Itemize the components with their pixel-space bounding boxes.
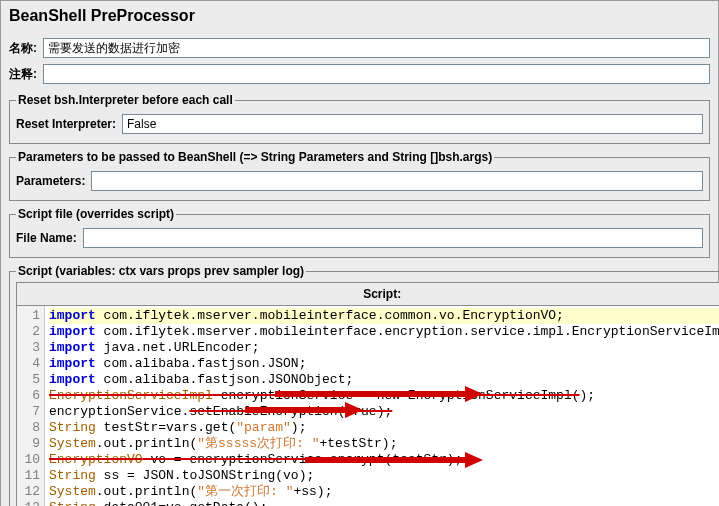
name-label: 名称:: [9, 40, 37, 57]
script-editor[interactable]: 12345678910111213141516 import com.iflyt…: [16, 305, 719, 506]
reset-interpreter-legend: Reset bsh.Interpreter before each call: [16, 93, 235, 107]
reset-interpreter-input[interactable]: [122, 114, 703, 134]
parameters-input[interactable]: [91, 171, 703, 191]
arrow-head-icon: [345, 402, 363, 418]
script-legend: Script (variables: ctx vars props prev s…: [16, 264, 306, 278]
script-file-legend: Script file (overrides script): [16, 207, 176, 221]
file-name-input[interactable]: [83, 228, 703, 248]
arrow-head-icon: [465, 452, 483, 468]
parameters-label: Parameters:: [16, 174, 85, 188]
preprocessor-panel: BeanShell PreProcessor 名称: 注释: Reset bsh…: [0, 0, 719, 506]
name-input[interactable]: [43, 38, 710, 58]
annotation-arrow: [275, 391, 465, 397]
annotation-arrow: [305, 457, 465, 463]
arrow-head-icon: [465, 386, 483, 402]
parameters-legend: Parameters to be passed to BeanShell (=>…: [16, 150, 494, 164]
script-header-label: Script:: [16, 282, 719, 305]
reset-interpreter-group: Reset bsh.Interpreter before each call R…: [9, 93, 710, 144]
script-file-group: Script file (overrides script) File Name…: [9, 207, 710, 258]
parameters-group: Parameters to be passed to BeanShell (=>…: [9, 150, 710, 201]
script-code[interactable]: import com.iflytek.mserver.mobileinterfa…: [45, 306, 719, 506]
comment-input[interactable]: [43, 64, 710, 84]
reset-interpreter-label: Reset Interpreter:: [16, 117, 116, 131]
annotation-arrow: [245, 407, 345, 413]
panel-title: BeanShell PreProcessor: [1, 1, 718, 35]
file-name-label: File Name:: [16, 231, 77, 245]
comment-label: 注释:: [9, 66, 37, 83]
line-number-gutter: 12345678910111213141516: [17, 306, 45, 506]
script-group: Script (variables: ctx vars props prev s…: [9, 264, 719, 506]
